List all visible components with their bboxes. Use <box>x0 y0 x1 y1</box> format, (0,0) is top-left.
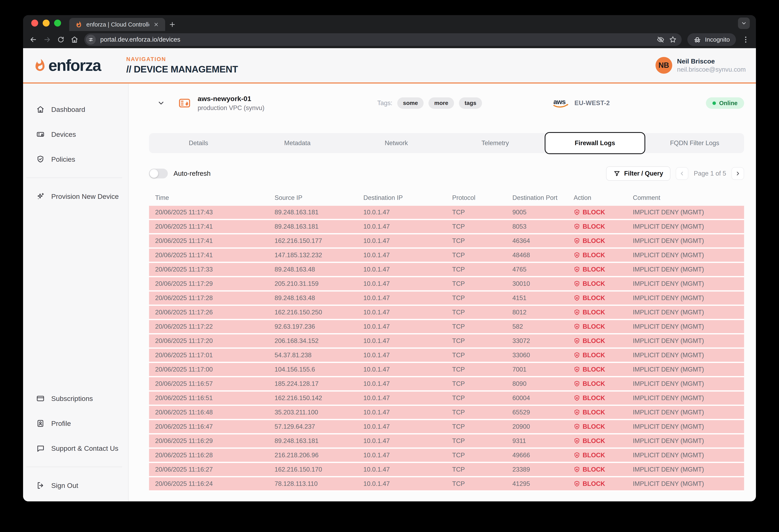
forward-button[interactable] <box>43 36 51 44</box>
column-header-protocol: Protocol <box>446 194 506 201</box>
table-row[interactable]: 20/06/2025 11:17:3389.248.163.4810.0.1.4… <box>149 263 744 277</box>
tab-fqdn-filter-logs[interactable]: FQDN Filter Logs <box>645 139 744 147</box>
cell-time: 20/06/2025 11:17:43 <box>149 209 268 216</box>
sidebar-divider <box>26 467 122 467</box>
table-row[interactable]: 20/06/2025 11:17:41162.216.150.17710.0.1… <box>149 234 744 249</box>
sidebar-item-subscriptions[interactable]: Subscriptions <box>23 392 128 405</box>
close-tab-icon[interactable] <box>153 22 159 27</box>
bookmark-star-icon[interactable] <box>669 36 677 44</box>
sidebar-item-devices[interactable]: Devices <box>23 128 128 141</box>
table-row[interactable]: 20/06/2025 11:17:4389.248.163.18110.0.1.… <box>149 206 744 220</box>
cell-protocol: TCP <box>446 380 506 388</box>
tab-details[interactable]: Details <box>149 139 248 147</box>
table-row[interactable]: 20/06/2025 11:17:29205.210.31.15910.0.1.… <box>149 277 744 292</box>
cell-comment: IMPLICIT DENY (MGMT) <box>627 251 744 259</box>
new-tab-button[interactable] <box>165 18 179 31</box>
action-text: BLOCK <box>583 466 605 473</box>
chevron-down-icon <box>741 20 747 26</box>
tab-search-button[interactable] <box>738 17 750 29</box>
brand-wordmark: enforza <box>48 56 101 75</box>
shield-x-icon <box>574 281 580 287</box>
sidebar-item-dashboard[interactable]: Dashboard <box>23 103 128 116</box>
cell-protocol: TCP <box>446 337 506 345</box>
sidebar-item-sign-out[interactable]: Sign Out <box>23 479 128 492</box>
home-button[interactable] <box>70 36 78 44</box>
cell-time: 20/06/2025 11:17:33 <box>149 266 268 273</box>
maximize-window-button[interactable] <box>54 19 61 26</box>
action-text: BLOCK <box>583 237 605 245</box>
table-row[interactable]: 20/06/2025 11:16:4835.203.211.10010.0.1.… <box>149 406 744 420</box>
cell-destination-ip: 10.0.1.47 <box>357 337 446 345</box>
sidebar-item-profile[interactable]: Profile <box>23 417 128 430</box>
enforza-logo: enforza <box>33 56 101 75</box>
tab-telemetry[interactable]: Telemetry <box>446 139 545 147</box>
chevron-left-icon <box>679 170 685 177</box>
next-page-button[interactable] <box>731 167 744 180</box>
filter-query-button[interactable]: Filter / Query <box>606 166 670 181</box>
eye-off-icon[interactable] <box>657 36 664 44</box>
cell-destination-ip: 10.0.1.47 <box>357 466 446 473</box>
site-settings-icon[interactable] <box>86 35 96 45</box>
tab-metadata[interactable]: Metadata <box>248 139 347 147</box>
avatar[interactable]: NB <box>656 57 672 74</box>
tab-network[interactable]: Network <box>347 139 446 147</box>
sidebar-item-provision-new-device[interactable]: Provision New Device <box>23 190 128 203</box>
action-block-badge: BLOCK <box>567 323 627 330</box>
status-badge: Online <box>706 97 744 109</box>
minimize-window-button[interactable] <box>43 19 50 26</box>
table-row[interactable]: 20/06/2025 11:17:2292.63.197.23610.0.1.4… <box>149 320 744 335</box>
table-row[interactable]: 20/06/2025 11:17:2889.248.163.4810.0.1.4… <box>149 292 744 306</box>
cell-protocol: TCP <box>446 409 506 416</box>
action-text: BLOCK <box>583 423 605 430</box>
cell-protocol: TCP <box>446 209 506 216</box>
table-row[interactable]: 20/06/2025 11:16:51162.216.150.14210.0.1… <box>149 392 744 406</box>
browser-tab[interactable]: enforza | Cloud Controller <box>69 18 165 31</box>
table-row[interactable]: 20/06/2025 11:17:26162.216.150.25010.0.1… <box>149 306 744 320</box>
table-row[interactable]: 20/06/2025 11:17:00104.156.155.610.0.1.4… <box>149 363 744 377</box>
cell-destination-ip: 10.0.1.47 <box>357 266 446 273</box>
incognito-icon <box>694 36 701 44</box>
table-row[interactable]: 20/06/2025 11:17:4189.248.163.18110.0.1.… <box>149 220 744 234</box>
sidebar-item-support[interactable]: Support & Contact Us <box>23 442 128 455</box>
collapse-device-button[interactable] <box>157 99 165 107</box>
cell-time: 20/06/2025 11:17:41 <box>149 251 268 259</box>
browser-menu-button[interactable] <box>742 36 750 44</box>
action-block-badge: BLOCK <box>567 280 627 287</box>
table-row[interactable]: 20/06/2025 11:16:2478.128.113.11010.0.1.… <box>149 477 744 491</box>
cell-protocol: TCP <box>446 437 506 445</box>
table-row[interactable]: 20/06/2025 11:16:2989.248.163.18110.0.1.… <box>149 434 744 449</box>
close-window-button[interactable] <box>31 19 38 26</box>
previous-page-button[interactable] <box>676 167 688 180</box>
cell-comment: IMPLICIT DENY (MGMT) <box>627 280 744 287</box>
cell-source-ip: 78.128.113.110 <box>268 480 357 487</box>
url-text: portal.dev.enforza.io/devices <box>100 36 652 43</box>
table-row[interactable]: 20/06/2025 11:16:57185.224.128.1710.0.1.… <box>149 377 744 392</box>
region-label: EU-WEST-2 <box>575 100 610 107</box>
cell-comment: IMPLICIT DENY (MGMT) <box>627 352 744 359</box>
address-bar[interactable]: portal.dev.enforza.io/devices <box>84 33 682 46</box>
shield-x-icon <box>574 266 580 273</box>
table-row[interactable]: 20/06/2025 11:16:4757.129.64.23710.0.1.4… <box>149 420 744 434</box>
table-row[interactable]: 20/06/2025 11:17:20206.168.34.15210.0.1.… <box>149 335 744 349</box>
action-block-badge: BLOCK <box>567 251 627 259</box>
main-content: aws-newyork-01 production VPC (synvu) Ta… <box>129 83 756 501</box>
shield-x-icon <box>574 323 580 330</box>
action-text: BLOCK <box>583 409 605 416</box>
device-summary-row: aws-newyork-01 production VPC (synvu) Ta… <box>149 90 744 116</box>
flame-logo-icon <box>33 59 47 72</box>
cell-destination-ip: 10.0.1.47 <box>357 395 446 402</box>
table-row[interactable]: 20/06/2025 11:16:27162.216.150.17010.0.1… <box>149 463 744 477</box>
sidebar-item-policies[interactable]: Policies <box>23 153 128 166</box>
cell-source-ip: 162.216.150.177 <box>268 237 357 245</box>
auto-refresh-toggle[interactable] <box>149 169 168 178</box>
browser-toolbar: portal.dev.enforza.io/devices Incognito <box>23 31 756 48</box>
table-row[interactable]: 20/06/2025 11:16:28216.218.206.9610.0.1.… <box>149 449 744 463</box>
column-header-destination-ip: Destination IP <box>357 194 446 201</box>
reload-button[interactable] <box>57 36 65 44</box>
cell-destination-port: 4151 <box>506 294 567 302</box>
back-button[interactable] <box>29 36 37 44</box>
table-row[interactable]: 20/06/2025 11:17:0154.37.81.23810.0.1.47… <box>149 349 744 363</box>
table-row[interactable]: 20/06/2025 11:17:41147.185.132.23210.0.1… <box>149 249 744 263</box>
shield-x-icon <box>574 338 580 344</box>
tab-firewall-logs[interactable]: Firewall Logs <box>545 132 645 154</box>
